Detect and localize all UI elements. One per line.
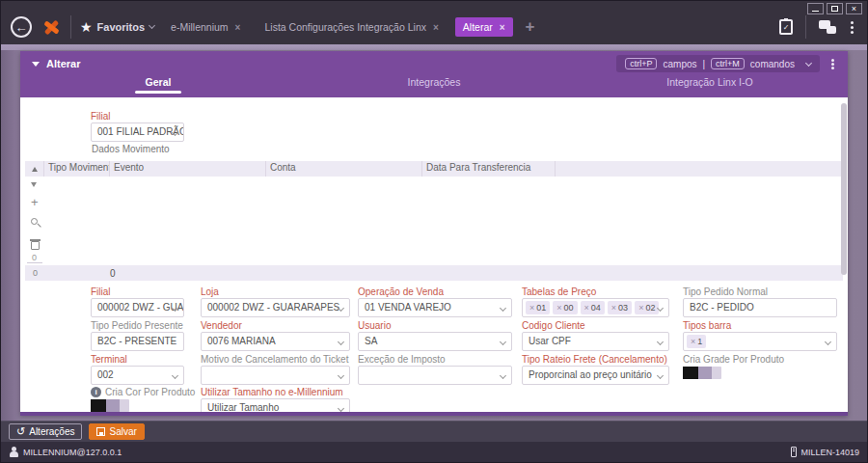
search-icon[interactable] (31, 218, 38, 225)
tipos-barra-multiselect[interactable]: ×1 (683, 332, 837, 351)
loja-select[interactable]: 000002 DWZ - GUARARAPES (201, 298, 350, 317)
field-value: Proporcinal ao preço unitário (529, 369, 652, 380)
save-icon (96, 427, 105, 436)
check-icon: ✓ (783, 23, 790, 32)
main-toolbar: ← ★ Favoritos e-Millennium × Lista Confi… (11, 14, 857, 41)
tab-alterar[interactable]: Alterar × (455, 17, 513, 37)
tab-e-millennium[interactable]: e-Millennium × (163, 17, 248, 37)
save-button[interactable]: Salvar (89, 423, 144, 440)
field-label: Tipo Pedido Presente (91, 320, 184, 331)
field-label: Codigo Cliente (522, 320, 669, 331)
favorites-label: Favoritos (97, 21, 146, 33)
delete-row-icon[interactable] (31, 241, 40, 250)
back-button[interactable]: ← (11, 16, 32, 38)
column-header[interactable]: Data Para Transferencia (422, 161, 556, 177)
chip-value: 00 (564, 302, 574, 313)
barcode-type-chip[interactable]: ×1 (687, 335, 706, 348)
usuario-select[interactable]: SA (358, 332, 512, 351)
field-value: B2C - PRESENTE (97, 336, 176, 346)
remove-chip-icon[interactable]: × (691, 336, 695, 347)
tab-integracao-linx-io[interactable]: Integração Linx I-O (572, 76, 848, 97)
price-table-chip[interactable]: ×00 (553, 301, 577, 314)
user-icon (9, 447, 19, 457)
field-value: B2C - PEDIDO (690, 302, 754, 313)
chevron-down-icon (500, 339, 506, 345)
sort-column-header[interactable] (25, 161, 44, 177)
field-label: Utilizar Tamanho no e-Millennium (201, 387, 350, 397)
price-table-chip[interactable]: ×03 (608, 301, 632, 314)
toggle-track (106, 399, 120, 412)
terminal-select[interactable]: 002 (91, 366, 184, 385)
excecao-imposto-select[interactable] (358, 366, 512, 385)
favorites-menu[interactable]: ★ Favoritos (80, 19, 154, 35)
cria-cor-toggle[interactable] (91, 399, 129, 412)
vertical-scrollbar[interactable] (841, 103, 847, 275)
chip-value: 02 (645, 302, 655, 313)
status-bar: MILLENNIUM@127.0.0.1 MILLEN-14019 (1, 442, 867, 462)
changes-button[interactable]: ↺ Alterações (9, 423, 82, 440)
panel-menu-icon[interactable] (831, 59, 834, 62)
codigo-cliente-select[interactable]: Usar CPF (522, 332, 669, 351)
remove-chip-icon[interactable]: × (584, 302, 589, 313)
column-header[interactable]: Evento (110, 161, 266, 177)
field-value: Utilizar Tamanho (207, 402, 279, 412)
vendedor-select[interactable]: 0076 MARIANA (201, 332, 350, 351)
tab-lista-configuracoes[interactable]: Lista Configurações Integração Linx × (257, 17, 446, 37)
field-value: Usar CPF (529, 336, 571, 346)
footer-count-evento: 0 (110, 268, 116, 279)
cria-grade-toggle[interactable] (683, 367, 721, 379)
field-value: 002 (97, 369, 114, 380)
close-tab-icon[interactable]: × (235, 22, 241, 33)
table-body[interactable]: + 0 (25, 177, 843, 265)
move-down-icon[interactable] (31, 182, 37, 190)
operacao-venda-select[interactable]: 01 VENDA VAREJO (358, 298, 512, 317)
motivo-cancelamento-select[interactable] (201, 366, 350, 385)
utilizar-tamanho-select[interactable]: Utilizar Tamanho (201, 398, 350, 412)
dados-movimento-table: Tipo Movimento Evento Conta Data Para Tr… (25, 161, 843, 281)
toggle-track (698, 367, 712, 379)
filial-select[interactable]: 001 FILIAL PADRÃO (91, 123, 184, 142)
new-tab-button[interactable]: + (522, 17, 539, 37)
tipo-rateio-frete-select[interactable]: Proporcinal ao preço unitário (522, 366, 669, 385)
filial-select[interactable]: 000002 DWZ - GUARARAPES (91, 298, 184, 317)
clipboard-icon[interactable]: ✓ (779, 19, 793, 35)
collapse-caret-icon[interactable] (32, 62, 40, 70)
ctrl-p-keycap: ctrl+P (625, 58, 657, 69)
ctrl-m-keycap: ctrl+M (711, 58, 745, 69)
field-filial-top: Filial 001 FILIAL PADRÃO (91, 111, 184, 144)
remove-chip-icon[interactable]: × (556, 302, 561, 313)
tipo-pedido-normal-input[interactable]: B2C - PEDIDO (683, 298, 837, 317)
shortcuts-hint[interactable]: ctrl+P campos | ctrl+M comandos (616, 55, 820, 72)
back-arrow-icon: ← (15, 20, 28, 35)
chevron-down-icon (657, 372, 664, 379)
field-label: Operação de Venda (358, 286, 512, 297)
tabelas-preco-multiselect[interactable]: ×01 ×00 ×04 ×03 ×02 (522, 298, 669, 317)
chevron-down-icon (500, 305, 506, 312)
close-tab-icon[interactable]: × (500, 22, 505, 33)
column-header[interactable]: Tipo Movimento (44, 161, 110, 177)
add-row-icon[interactable]: + (31, 198, 39, 207)
workspace-background: Alterar ctrl+P campos | ctrl+M comandos … (1, 44, 867, 421)
close-tab-icon[interactable]: × (433, 22, 439, 33)
more-options-icon[interactable] (851, 21, 854, 24)
chevron-down-icon (338, 405, 344, 412)
tab-label: Geral (146, 76, 172, 94)
remove-chip-icon[interactable]: × (638, 302, 643, 313)
tipo-pedido-presente-input[interactable]: B2C - PRESENTE (91, 332, 184, 351)
remove-chip-icon[interactable]: × (611, 302, 616, 313)
chat-bubbles-icon[interactable] (819, 20, 836, 34)
tab-integracoes[interactable]: Integrações (296, 76, 572, 97)
changes-label: Alterações (29, 426, 74, 437)
price-table-chip[interactable]: ×01 (526, 301, 550, 314)
field-value: SA (365, 336, 377, 346)
toggle-knob (91, 399, 106, 412)
remove-chip-icon[interactable]: × (529, 302, 534, 313)
column-header[interactable]: Conta (266, 161, 422, 177)
tab-geral[interactable]: Geral (20, 76, 296, 97)
chevron-down-icon[interactable] (805, 59, 812, 66)
field-tipos-barra: Tipos barra ×1 (683, 320, 837, 353)
price-table-chip[interactable]: ×04 (581, 301, 605, 314)
shortcut-separator: | (703, 59, 706, 69)
info-icon[interactable]: i (91, 387, 101, 397)
linx-logo-icon (41, 16, 62, 38)
